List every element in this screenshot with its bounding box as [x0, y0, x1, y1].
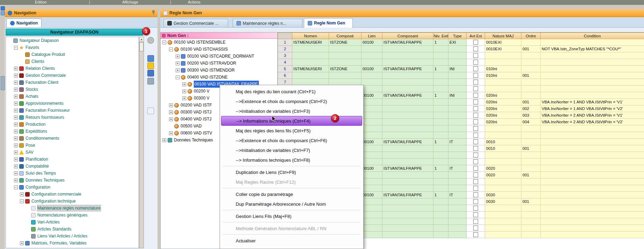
cell-nomen[interactable] — [292, 59, 329, 66]
expand-icon[interactable]: + — [14, 67, 18, 71]
cell-niv[interactable] — [433, 112, 448, 119]
expand-icon[interactable]: + — [14, 137, 18, 140]
tree-item[interactable]: −Configuration technique — [6, 198, 139, 205]
expand-icon[interactable]: + — [182, 89, 186, 93]
expand-icon[interactable]: + — [20, 248, 24, 249]
cell-cond[interactable]: VBA.InoNorIter = 1 AND VBA.IStVtlPrin = … — [541, 99, 644, 105]
cell-composant[interactable] — [382, 105, 433, 112]
cell-type[interactable] — [448, 152, 467, 159]
expand-icon[interactable]: + — [14, 81, 18, 85]
menu-item-methode-g-n-ration-nomenclature-abl-rn[interactable]: Methode Génération Nomenclature ABL / RN — [221, 224, 362, 233]
magnifier-icon[interactable] — [147, 78, 154, 85]
menu-item-maj-regles-racine-ctrl-f12[interactable]: Maj Regles Racine (Ctrl+F12) — [221, 177, 362, 187]
avt-exi-checkbox[interactable] — [473, 232, 478, 237]
cell-niv[interactable] — [433, 72, 448, 79]
cell-cond[interactable] — [541, 145, 644, 152]
cell-type[interactable] — [448, 212, 467, 218]
tree-item[interactable]: +Suivi des Temps — [6, 170, 139, 177]
window-light-icon[interactable] — [1, 11, 5, 15]
cell-type[interactable] — [448, 178, 467, 185]
cell-ordre[interactable] — [521, 59, 541, 66]
cell-lien[interactable] — [361, 99, 382, 105]
cell-nature[interactable] — [485, 132, 521, 139]
cell-cond[interactable] — [541, 92, 644, 99]
avt-exi-checkbox[interactable] — [473, 219, 478, 224]
cell-nomen[interactable] — [292, 79, 329, 86]
cell-niv[interactable] — [433, 119, 448, 125]
cell-niv[interactable] — [433, 212, 448, 218]
tree-item[interactable]: −Configuration — [6, 184, 139, 191]
cell-composant[interactable] — [382, 125, 433, 132]
cell-niv[interactable]: 1 — [433, 139, 448, 145]
cell-nature[interactable]: 010Ini — [485, 72, 521, 79]
cell-type[interactable] — [448, 105, 467, 112]
avt-exi-checkbox[interactable] — [473, 60, 478, 65]
cell-cond[interactable] — [541, 79, 644, 86]
cell-niv[interactable]: 1 — [433, 39, 448, 46]
cell-avt[interactable] — [467, 99, 485, 105]
avt-exi-checkbox[interactable] — [473, 159, 478, 164]
cell-nature[interactable] — [485, 232, 521, 238]
cell-composant[interactable] — [382, 46, 433, 52]
cell-avt[interactable] — [467, 212, 485, 218]
cell-composant[interactable] — [382, 86, 433, 92]
tree-item[interactable]: +Matrices, Formules, Variables — [6, 240, 139, 247]
cell-niv[interactable] — [433, 232, 448, 238]
cell-type[interactable] — [448, 132, 467, 139]
cell-nature[interactable] — [485, 79, 521, 86]
cell-nature[interactable]: 020Ini — [485, 92, 521, 99]
cell-ordre[interactable] — [521, 185, 541, 192]
cell-compose[interactable] — [329, 59, 361, 66]
menu-item-duplication-de-liens-ctrl-f9[interactable]: Duplication de Liens (Ctrl+F9) — [221, 167, 362, 177]
cell-composant[interactable] — [382, 132, 433, 139]
cell-lien[interactable] — [361, 72, 382, 79]
cell-lien[interactable]: 00100 — [361, 192, 382, 198]
cell-type[interactable]: INI — [448, 66, 467, 72]
menu-item-informations-techniques-ctrl-f4[interactable]: --> Informations techniques (Ctrl+F4) — [221, 116, 362, 126]
cell-nature[interactable] — [485, 212, 521, 218]
cell-composant[interactable]: ISTVANTAILFRAPPE — [382, 139, 433, 145]
cell-num[interactable]: 6 — [278, 72, 292, 79]
tree-item[interactable]: +Données Techniques — [6, 177, 139, 184]
cell-niv[interactable] — [433, 152, 448, 159]
expand-icon[interactable]: + — [14, 151, 18, 154]
cell-cond[interactable] — [541, 132, 644, 139]
cell-composant[interactable] — [382, 185, 433, 192]
tree-item[interactable]: + — [6, 247, 139, 248]
cell-cond[interactable] — [541, 152, 644, 159]
cell-cond[interactable] — [541, 159, 644, 165]
cell-composant[interactable] — [382, 232, 433, 238]
cell-compose[interactable] — [329, 52, 361, 59]
column-header-ordre[interactable]: Ordre — [521, 33, 541, 39]
cell-num[interactable]: 4 — [278, 59, 292, 66]
cell-cond[interactable] — [541, 125, 644, 132]
cell-composant[interactable] — [382, 99, 433, 105]
cell-type[interactable]: INI — [448, 92, 467, 99]
cell-cond[interactable] — [541, 205, 644, 212]
cell-lien[interactable] — [361, 59, 382, 66]
cell-cond[interactable]: VBA.InoNorIter = 2 AND VBA.IStVtlPrin = … — [541, 112, 644, 119]
cell-composant[interactable] — [382, 178, 433, 185]
cell-ordre[interactable]: 004 — [521, 119, 541, 125]
column-header-num[interactable] — [278, 33, 292, 39]
cell-nature[interactable] — [485, 185, 521, 192]
cell-nature[interactable] — [485, 205, 521, 212]
cell-lien[interactable] — [361, 132, 382, 139]
clock-24-icon[interactable] — [147, 108, 154, 114]
cell-lien[interactable] — [361, 46, 382, 52]
cell-lien[interactable] — [361, 125, 382, 132]
menu-item-initialisation-de-variables-ctrl-f3[interactable]: -->Initialisation de variables (Ctrl+F3) — [221, 106, 362, 116]
cell-composant[interactable]: ISTVANTAILFRAPPE — [382, 92, 433, 99]
cell-ordre[interactable] — [521, 165, 541, 172]
cell-cond[interactable] — [541, 139, 644, 145]
avt-exi-checkbox[interactable] — [473, 113, 478, 118]
collapse-icon[interactable]: − — [20, 199, 24, 203]
tab-gestion-commerciale[interactable]: Gestion Commerciale ... — [163, 19, 228, 27]
cell-nature[interactable]: 0010 — [485, 145, 521, 152]
tree-item[interactable]: −★Favoris — [6, 44, 139, 51]
cell-niv[interactable] — [433, 52, 448, 59]
expand-icon[interactable]: + — [14, 130, 18, 133]
cell-composant[interactable] — [382, 205, 433, 212]
cell-lien[interactable] — [361, 205, 382, 212]
tree-item[interactable]: +Expéditions — [6, 128, 139, 135]
